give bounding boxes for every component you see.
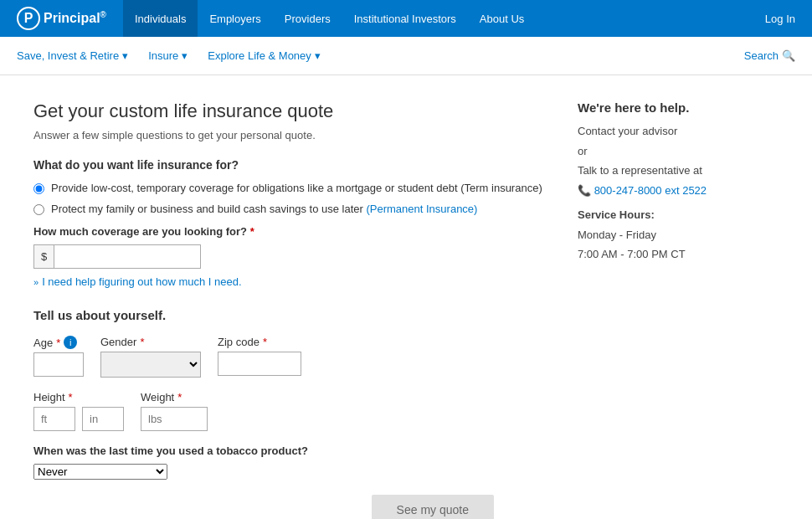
coverage-amount-input[interactable] bbox=[54, 245, 188, 268]
login-button[interactable]: Log In bbox=[765, 13, 795, 25]
nav-insure[interactable]: Insure ▾ bbox=[148, 49, 188, 62]
height-label: Height * bbox=[33, 391, 124, 403]
service-hours-label: Service Hours: bbox=[578, 207, 779, 224]
contact-advisor: Contact your advisor bbox=[578, 123, 779, 140]
talk-text: Talk to a representative at bbox=[578, 162, 779, 179]
permanent-radio[interactable] bbox=[33, 204, 44, 215]
hours-line1: Monday - Friday bbox=[578, 227, 779, 244]
logo[interactable]: P Principal® bbox=[17, 7, 106, 30]
nav-item-about[interactable]: About Us bbox=[468, 0, 536, 37]
chevron-down-icon: ▾ bbox=[122, 49, 128, 62]
age-input[interactable] bbox=[33, 352, 84, 377]
or-text: or bbox=[578, 143, 779, 160]
dollar-sign: $ bbox=[34, 245, 54, 268]
form-row-age-gender-zip: Age * i Gender * Male Female bbox=[33, 336, 544, 378]
see-quote-button[interactable]: See my quote bbox=[372, 495, 494, 519]
chevron-down-icon: ▾ bbox=[315, 49, 321, 62]
gender-field-group: Gender * Male Female bbox=[100, 336, 201, 378]
gender-label: Gender * bbox=[100, 336, 201, 348]
secondary-navigation: Save, Invest & Retire ▾ Insure ▾ Explore… bbox=[0, 37, 812, 75]
zip-input[interactable] bbox=[218, 352, 301, 376]
nav-item-individuals[interactable]: Individuals bbox=[123, 0, 198, 37]
tobacco-label: When was the last time you used a tobacc… bbox=[33, 444, 544, 457]
coverage-label: How much coverage are you looking for? * bbox=[33, 225, 544, 238]
age-label: Age * i bbox=[33, 336, 84, 349]
zip-field-group: Zip code * bbox=[218, 336, 301, 378]
logo-icon: P bbox=[17, 7, 40, 30]
insurance-question-label: What do you want life insurance for? bbox=[33, 158, 544, 172]
logo-text: Principal® bbox=[44, 10, 106, 26]
form-row-height-weight: Height * Weight * bbox=[33, 391, 544, 431]
chevron-right-icon: » bbox=[33, 277, 39, 287]
page-subtitle: Answer a few simple questions to get you… bbox=[33, 129, 544, 141]
weight-label: Weight * bbox=[141, 391, 208, 403]
tobacco-select[interactable]: Never More than 5 years ago 2-5 years ag… bbox=[33, 464, 167, 480]
term-radio[interactable] bbox=[33, 183, 44, 194]
height-ft-input[interactable] bbox=[33, 407, 75, 431]
hours-line2: 7:00 AM - 7:00 PM CT bbox=[578, 246, 779, 263]
weight-input[interactable] bbox=[141, 407, 208, 431]
height-field-group: Height * bbox=[33, 391, 124, 431]
sidebar-heading: We're here to help. bbox=[578, 100, 779, 115]
required-indicator: * bbox=[250, 225, 254, 238]
quote-form-section: Get your custom life insurance quote Ans… bbox=[33, 100, 544, 519]
phone-icon: 📞 bbox=[578, 184, 591, 197]
zip-label: Zip code * bbox=[218, 336, 301, 348]
option-permanent[interactable]: Protect my family or business and build … bbox=[33, 203, 544, 215]
age-info-icon[interactable]: i bbox=[64, 336, 77, 349]
chevron-down-icon: ▾ bbox=[182, 49, 188, 62]
age-field-group: Age * i bbox=[33, 336, 84, 378]
about-yourself-label: Tell us about yourself. bbox=[33, 308, 544, 322]
coverage-help-link[interactable]: » I need help figuring out how much I ne… bbox=[33, 275, 544, 288]
nav-item-providers[interactable]: Providers bbox=[273, 0, 342, 37]
height-in-input[interactable] bbox=[82, 407, 124, 431]
page-title: Get your custom life insurance quote bbox=[33, 100, 544, 122]
phone-link[interactable]: 📞 800-247-8000 ext 2522 bbox=[578, 182, 779, 199]
weight-field-group: Weight * bbox=[141, 391, 208, 431]
option-term[interactable]: Provide low-cost, temporary coverage for… bbox=[33, 182, 544, 194]
coverage-amount-field: $ bbox=[33, 244, 201, 269]
permanent-insurance-link[interactable]: (Permanent Insurance) bbox=[366, 203, 477, 215]
nav-item-employers[interactable]: Employers bbox=[198, 0, 272, 37]
search-button[interactable]: Search 🔍 bbox=[744, 49, 795, 62]
nav-save-invest[interactable]: Save, Invest & Retire ▾ bbox=[17, 49, 128, 62]
nav-items: Individuals Employers Providers Institut… bbox=[123, 0, 765, 37]
insurance-type-options: Provide low-cost, temporary coverage for… bbox=[33, 182, 544, 215]
quote-button-row: See my quote bbox=[33, 486, 544, 519]
main-content: Get your custom life insurance quote Ans… bbox=[0, 75, 812, 519]
search-icon: 🔍 bbox=[782, 49, 795, 62]
gender-select[interactable]: Male Female bbox=[100, 352, 201, 378]
help-sidebar: We're here to help. Contact your advisor… bbox=[578, 100, 779, 519]
nav-explore-life-money[interactable]: Explore Life & Money ▾ bbox=[208, 49, 321, 62]
nav-item-institutional[interactable]: Institutional Investors bbox=[342, 0, 468, 37]
top-navigation: P Principal® Individuals Employers Provi… bbox=[0, 0, 812, 37]
